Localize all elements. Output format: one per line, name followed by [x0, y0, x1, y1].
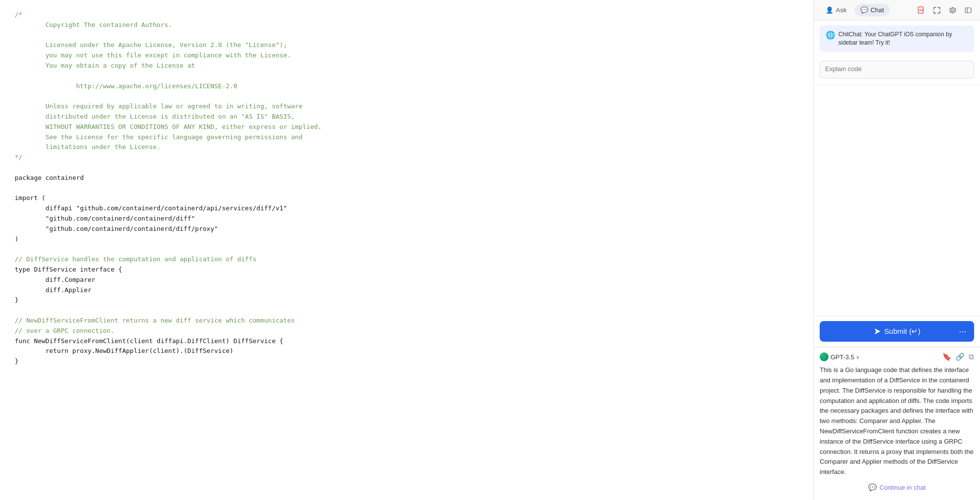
expand-button[interactable] [931, 4, 943, 16]
pdf-button[interactable]: PDF [915, 4, 927, 16]
chat-icon: 💬 [860, 6, 868, 14]
ask-icon: 👤 [826, 6, 833, 14]
continue-chat-label: Continue in chat [879, 484, 926, 491]
model-label: GPT-3.5 [830, 353, 854, 361]
continue-chat-link[interactable]: 💬 Continue in chat [820, 477, 974, 495]
response-header: GPT-3.5 ∨ 🔖 🔗 ⧉ [820, 352, 974, 361]
promo-text: ChitChat: Your ChatGPT iOS companion by … [838, 30, 968, 47]
code-content: /* Copyright The containerd Authors. Lic… [15, 10, 799, 367]
response-area: GPT-3.5 ∨ 🔖 🔗 ⧉ This is a Go language co… [814, 347, 980, 500]
link-icon[interactable]: 🔗 [955, 352, 965, 361]
submit-label: Submit (↵) [884, 327, 921, 336]
sidebar: 👤 Ask 💬 Chat PDF [813, 0, 980, 500]
chat-spacer [814, 85, 980, 316]
sidebar-header: 👤 Ask 💬 Chat PDF [814, 0, 980, 21]
sidebar-button[interactable] [962, 4, 974, 16]
promo-icon: 🌐 [826, 30, 835, 40]
code-editor: /* Copyright The containerd Authors. Lic… [0, 0, 813, 500]
gpt-icon [820, 352, 829, 361]
copy-icon[interactable]: ⧉ [969, 352, 974, 361]
gpt-badge: GPT-3.5 ∨ [820, 352, 859, 361]
tab-chat[interactable]: 💬 Chat [854, 4, 890, 16]
tab-chat-label: Chat [871, 6, 884, 14]
tab-ask-label: Ask [836, 6, 847, 14]
continue-chat-icon: 💬 [868, 483, 877, 491]
submit-icon [874, 327, 881, 335]
chat-input-area [814, 57, 980, 85]
settings-button[interactable] [947, 4, 958, 16]
tab-ask[interactable]: 👤 Ask [820, 4, 853, 16]
submit-button[interactable]: Submit (↵) ··· [820, 321, 974, 342]
svg-rect-2 [965, 8, 971, 13]
bookmark-icon[interactable]: 🔖 [942, 352, 952, 361]
promo-banner[interactable]: 🌐 ChitChat: Your ChatGPT iOS companion b… [820, 25, 974, 52]
more-button[interactable]: ··· [957, 326, 968, 337]
response-text: This is a Go language code that defines … [820, 365, 974, 477]
svg-text:PDF: PDF [919, 9, 924, 12]
submit-area: Submit (↵) ··· [814, 316, 980, 347]
header-actions: PDF [915, 4, 974, 16]
chat-input[interactable] [820, 61, 974, 78]
response-actions: 🔖 🔗 ⧉ [942, 352, 974, 361]
chevron-down-icon[interactable]: ∨ [856, 354, 859, 360]
